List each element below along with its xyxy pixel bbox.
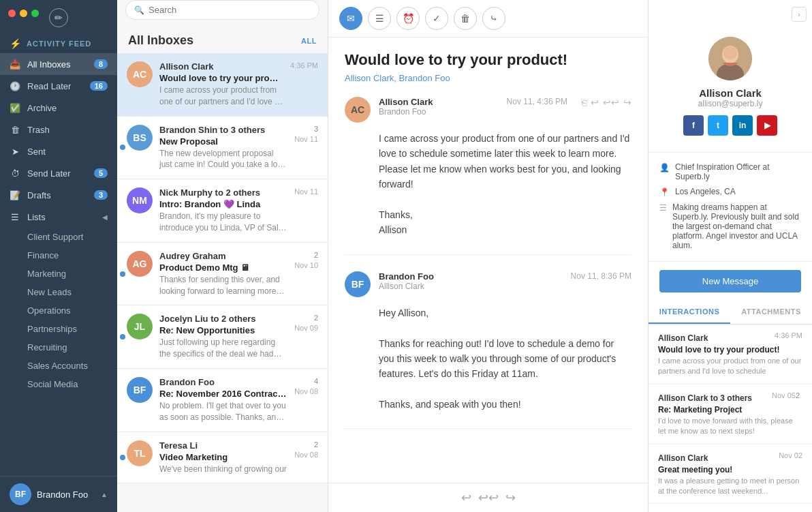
activity-feed-header: ⚡ ACTIVITY FEED xyxy=(0,33,117,53)
email-preview-1: The new development proposal just came i… xyxy=(159,148,287,171)
toolbar-clock-button[interactable]: ⏰ xyxy=(396,7,420,30)
toolbar-check-button[interactable]: ✓ xyxy=(425,7,448,30)
new-message-button[interactable]: New Message xyxy=(659,270,801,292)
interaction-preview-1: I'd love to move forward with this, plea… xyxy=(658,416,802,437)
compose-button[interactable]: ✏ xyxy=(49,8,68,27)
email-preview-5: No problem. I'll get that over to you as… xyxy=(159,400,287,423)
trash-label: Trash xyxy=(27,125,108,135)
youtube-button[interactable]: ▶ xyxy=(757,115,777,136)
traffic-green[interactable] xyxy=(31,10,39,17)
sidebar-item-read-later[interactable]: 🕐 Read Later 16 xyxy=(0,75,117,97)
bio-icon: ☰ xyxy=(659,203,667,213)
reply-icon[interactable]: ↩ xyxy=(591,97,599,108)
reply-all-icon[interactable]: ↩↩ xyxy=(603,97,619,108)
sidebar-item-social-media[interactable]: Social Media xyxy=(0,375,117,393)
email-time-1: Nov 11 xyxy=(294,135,318,143)
email-time-6: Nov 08 xyxy=(294,451,318,459)
toolbar-list-button[interactable]: ☰ xyxy=(368,7,391,30)
sidebar: ✏ ⚡ ACTIVITY FEED 📥 All Inboxes 8 🕐 Read… xyxy=(0,0,117,512)
sidebar-header: ✏ xyxy=(0,0,117,33)
email-content-0: Allison Clark Would love to try your pro… xyxy=(159,61,283,108)
interaction-item-0[interactable]: Allison Clark 4:36 PM Would love to try … xyxy=(649,325,812,385)
sidebar-item-finance[interactable]: Finance xyxy=(0,246,117,265)
facebook-button[interactable]: f xyxy=(683,115,704,136)
email-from-3: Audrey Graham xyxy=(159,251,287,261)
email-count-4: 2 xyxy=(314,314,318,322)
forward-icon[interactable]: ↪ xyxy=(623,97,631,108)
tab-attachments[interactable]: ATTACHMENTS xyxy=(730,301,812,324)
footer-forward-icon[interactable]: ↪ xyxy=(505,490,516,505)
sidebar-item-client-support[interactable]: Client Support xyxy=(0,228,117,246)
sidebar-item-archive[interactable]: ✅ Archive xyxy=(0,97,117,119)
sidebar-item-operations[interactable]: Operations xyxy=(0,301,117,320)
sidebar-item-new-leads[interactable]: New Leads xyxy=(0,283,117,301)
email-meta-2: Nov 11 xyxy=(294,187,318,196)
interaction-from-2: Allison Clark Nov 02 xyxy=(658,451,802,464)
toolbar-trash-button[interactable]: 🗑 xyxy=(454,7,477,30)
avatar-2: NM xyxy=(127,187,153,213)
email-item-2[interactable]: NM Nick Murphy to 2 others Intro: Brando… xyxy=(117,179,328,243)
email-meta-0: 4:36 PM xyxy=(290,61,318,70)
search-bar[interactable]: 🔍 xyxy=(125,0,319,20)
email-item-0[interactable]: AC Allison Clark Would love to try your … xyxy=(117,53,328,117)
msg-from-1: Brandon Foo xyxy=(379,271,563,282)
email-item-4[interactable]: JL Jocelyn Liu to 2 others Re: New Oppor… xyxy=(117,305,328,369)
sidebar-item-trash[interactable]: 🗑 Trash xyxy=(0,119,117,140)
traffic-yellow[interactable] xyxy=(20,10,27,17)
lists-header[interactable]: ☰ Lists ◀ xyxy=(0,206,117,228)
email-item-1[interactable]: BS Brandon Shin to 3 others New Proposal… xyxy=(117,117,328,180)
sidebar-item-send-later[interactable]: ⏱ Send Later 5 xyxy=(0,162,117,184)
user-profile[interactable]: BF Brandon Foo ▲ xyxy=(0,476,117,512)
user-avatar: BF xyxy=(10,483,31,505)
email-meta-1: 3 Nov 11 xyxy=(294,125,318,143)
email-from-6: Teresa Li xyxy=(159,440,287,451)
email-item-6[interactable]: TL Teresa Li Video Marketing We've been … xyxy=(117,432,328,484)
msg-to-0: Brandon Foo xyxy=(379,107,499,117)
search-input[interactable] xyxy=(149,5,311,15)
all-filter-button[interactable]: ALL xyxy=(301,37,317,45)
social-links: f t in ▶ xyxy=(659,115,801,136)
email-item-3[interactable]: AG Audrey Graham Product Demo Mtg 🖥 Than… xyxy=(117,243,328,306)
contact-email: allison@superb.ly xyxy=(659,99,801,108)
interaction-item-2[interactable]: Allison Clark Nov 02 Great meeting you! … xyxy=(649,445,812,505)
activity-feed-icon: ⚡ xyxy=(10,38,21,49)
sidebar-item-sent[interactable]: ➤ Sent xyxy=(0,140,117,162)
all-inboxes-badge: 8 xyxy=(94,59,108,69)
footer-reply-all-icon[interactable]: ↩↩ xyxy=(478,490,499,505)
email-from-5: Brandon Foo xyxy=(159,377,287,387)
toolbar-reply-all-button[interactable]: ⤷ xyxy=(482,7,505,30)
email-to-line: Allison Clark, Brandon Foo xyxy=(345,73,631,83)
interaction-subject-1: Re: Marketing Project xyxy=(658,405,802,415)
linkedin-button[interactable]: in xyxy=(732,115,753,136)
email-from-2: Nick Murphy to 2 others xyxy=(159,187,287,198)
interaction-item-1[interactable]: Allison Clark to 3 others 2 Nov 05 Re: M… xyxy=(649,385,812,445)
toolbar-email-button[interactable]: ✉ xyxy=(339,7,362,30)
sidebar-item-sales-accounts[interactable]: Sales Accounts xyxy=(0,357,117,375)
email-meta-3: 2 Nov 10 xyxy=(294,251,318,269)
avatar-3: AG xyxy=(127,251,153,277)
msg-to-1: Allison Clark xyxy=(379,282,563,291)
collapse-section: › xyxy=(649,0,812,29)
sent-icon: ➤ xyxy=(10,146,20,157)
email-count-3: 2 xyxy=(314,251,318,259)
sidebar-item-partnerships[interactable]: Partnerships xyxy=(0,320,117,338)
interaction-preview-0: I came across your product from one of o… xyxy=(658,356,802,377)
lists-chevron-icon: ◀ xyxy=(102,213,108,221)
footer-reply-icon[interactable]: ↩ xyxy=(461,490,471,505)
message-text-0: I came across your product from one of o… xyxy=(345,131,631,238)
msg-info-1: Brandon Foo Allison Clark xyxy=(379,271,563,291)
collapse-button[interactable]: › xyxy=(792,7,807,22)
sidebar-item-marketing[interactable]: Marketing xyxy=(0,265,117,283)
email-meta-6: 2 Nov 08 xyxy=(294,440,318,459)
email-item-5[interactable]: BF Brandon Foo Re: November 2016 Contrac… xyxy=(117,369,328,432)
sidebar-item-all-inboxes[interactable]: 📥 All Inboxes 8 xyxy=(0,53,117,75)
traffic-red[interactable] xyxy=(8,10,16,17)
twitter-button[interactable]: t xyxy=(708,115,728,136)
email-count-5: 4 xyxy=(314,377,318,385)
share-icon[interactable]: ⎗ xyxy=(581,97,587,108)
sidebar-item-drafts[interactable]: 📝 Drafts 3 xyxy=(0,184,117,206)
tab-interactions[interactable]: INTERACTIONS xyxy=(649,301,730,324)
email-count-1: 3 xyxy=(314,125,318,133)
contact-location-detail: 📍 Los Angeles, CA xyxy=(659,184,801,200)
sidebar-item-recruiting[interactable]: Recruiting xyxy=(0,338,117,357)
